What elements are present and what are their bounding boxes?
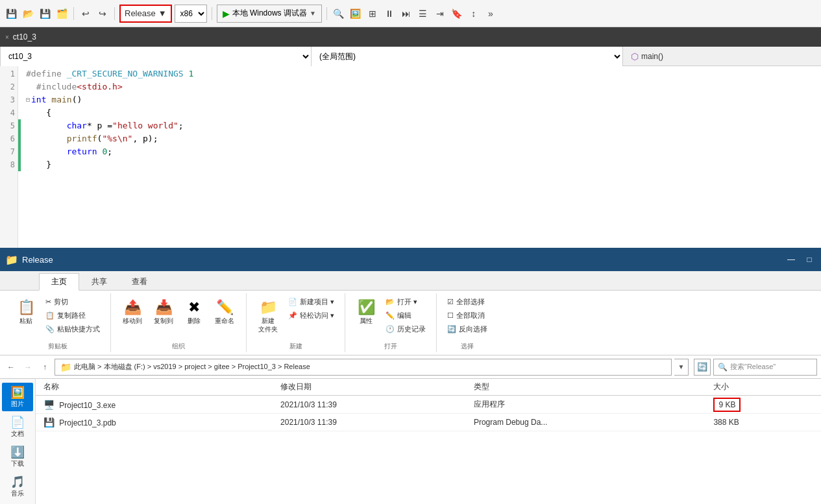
editor-tab-active[interactable]: × ct10_3 bbox=[0, 27, 42, 47]
indent-icon[interactable]: ⇥ bbox=[433, 6, 447, 21]
qa-documents-label: 文档 bbox=[11, 429, 24, 438]
new-buttons: 📁 新建文件夹 📄 新建项目 ▾ 📌 轻松访问 ▾ bbox=[254, 293, 337, 342]
organize-label: 组织 bbox=[172, 342, 185, 352]
image-icon[interactable]: 🖼️ bbox=[349, 6, 363, 21]
col-type[interactable]: 类型 bbox=[466, 379, 706, 396]
sep4 bbox=[326, 7, 327, 20]
delete-button[interactable]: ✖ 删除 bbox=[181, 296, 207, 328]
table-row[interactable]: 🖥️ Project10_3.exe 2021/10/3 11:39 应用程序 … bbox=[36, 396, 821, 414]
collapse-btn[interactable]: ⊟ bbox=[26, 93, 30, 106]
run-debugger-button[interactable]: ▶ 本地 Windows 调试器 ▼ bbox=[217, 5, 322, 23]
copy-path-button[interactable]: 📋 复制路径 bbox=[43, 309, 103, 322]
code-content[interactable]: #define _CRT_SECURE_NO_WARNINGS 1 #inclu… bbox=[18, 66, 821, 248]
file-explorer: 📁 Release — □ 主页 共享 查看 📋 粘贴 ✂ bbox=[0, 248, 821, 504]
scope-dropdown[interactable]: (全局范围) bbox=[312, 47, 623, 66]
more-icon[interactable]: » bbox=[484, 6, 498, 21]
file-area: 🖼️ 图片 📄 文档 ⬇️ 下载 🎵 音乐 名称 bbox=[0, 379, 821, 504]
invert-selection-button[interactable]: 🔄 反向选择 bbox=[445, 323, 490, 335]
open-icon[interactable]: 📂 bbox=[21, 6, 35, 21]
move-to-button[interactable]: 📤 移动到 bbox=[119, 296, 146, 328]
qa-item-documents[interactable]: 📄 文档 bbox=[2, 413, 33, 441]
col-date[interactable]: 修改日期 bbox=[273, 379, 466, 396]
code-editor-body[interactable]: 1 2 3 4 5 6 7 8 #define _CRT_SECURE_NO_W… bbox=[0, 66, 821, 248]
scope-bar: ct10_3 (全局范围) ⬡ main() bbox=[0, 47, 821, 66]
step-icon[interactable]: ⏭ bbox=[399, 6, 413, 21]
col-name[interactable]: 名称 bbox=[36, 379, 273, 396]
qa-item-music[interactable]: 🎵 音乐 bbox=[2, 472, 33, 501]
function-name: main() bbox=[641, 52, 663, 61]
editor-tab-bar: × ct10_3 bbox=[0, 27, 821, 47]
clipboard-small-buttons: ✂ 剪切 📋 复制路径 📎 粘贴快捷方式 bbox=[43, 296, 103, 335]
class-scope-dropdown[interactable]: ct10_3 bbox=[0, 47, 312, 66]
edit-button[interactable]: ✏️ 编辑 bbox=[383, 309, 428, 322]
tab-view[interactable]: 查看 bbox=[119, 273, 160, 290]
paste-icon: 📋 bbox=[18, 298, 35, 317]
redo-icon[interactable]: ↪ bbox=[95, 6, 110, 21]
clipboard-group: 📋 粘贴 ✂ 剪切 📋 复制路径 📎 粘贴快捷方式 bbox=[5, 293, 111, 352]
bookmark-icon[interactable]: 🔖 bbox=[450, 6, 464, 21]
forward-button[interactable]: → bbox=[21, 360, 35, 374]
properties-icon: ✅ bbox=[358, 298, 375, 317]
search-toolbar-icon[interactable]: 🔍 bbox=[332, 6, 346, 21]
qa-item-pictures[interactable]: 🖼️ 图片 bbox=[2, 383, 33, 411]
easy-access-button[interactable]: 📌 轻松访问 ▾ bbox=[286, 309, 337, 322]
configuration-dropdown[interactable]: Release ▼ bbox=[119, 5, 172, 23]
up-button[interactable]: ↑ bbox=[38, 360, 52, 374]
file-table-container: 名称 修改日期 类型 大小 🖥️ Project10_3.exe 2021/10… bbox=[36, 379, 821, 504]
new-folder-button[interactable]: 📁 新建文件夹 bbox=[254, 296, 282, 336]
open-button[interactable]: 📂 打开 ▾ bbox=[383, 296, 428, 308]
save-all-icon[interactable]: 🗂️ bbox=[55, 6, 69, 21]
back-button[interactable]: ← bbox=[4, 360, 18, 374]
select-none-button[interactable]: ☐ 全部取消 bbox=[445, 309, 490, 322]
rename-button[interactable]: ✏️ 重命名 bbox=[211, 296, 238, 328]
undo-icon[interactable]: ↩ bbox=[79, 6, 93, 21]
refresh-button[interactable]: 🔄 bbox=[694, 359, 711, 376]
platform-dropdown[interactable]: x86 bbox=[175, 5, 207, 23]
rename-icon: ✏️ bbox=[216, 298, 234, 317]
select-group: ☑ 全部选择 ☐ 全部取消 🔄 反向选择 选择 bbox=[437, 293, 498, 352]
paste-button[interactable]: 📋 粘贴 bbox=[13, 296, 39, 328]
search-bar[interactable]: 🔍 搜索"Release" bbox=[713, 359, 817, 376]
file-table-body: 🖥️ Project10_3.exe 2021/10/3 11:39 应用程序 … bbox=[36, 396, 821, 431]
history-label: 历史记录 bbox=[397, 324, 426, 334]
breakpoint-icon[interactable]: ⏸ bbox=[382, 6, 397, 21]
minimize-button[interactable]: — bbox=[785, 253, 798, 266]
folder-icon: 📁 bbox=[5, 254, 18, 266]
qa-item-downloads[interactable]: ⬇️ 下载 bbox=[2, 442, 33, 471]
explorer-title: Release bbox=[22, 255, 53, 265]
file-size-2: 388 KB bbox=[705, 414, 821, 431]
select-all-button[interactable]: ☑ 全部选择 bbox=[445, 296, 490, 308]
copy-to-button[interactable]: 📥 复制到 bbox=[150, 296, 177, 328]
ribbon-content: 📋 粘贴 ✂ 剪切 📋 复制路径 📎 粘贴快捷方式 bbox=[0, 291, 821, 355]
col-size[interactable]: 大小 bbox=[705, 379, 821, 396]
list-icon[interactable]: ☰ bbox=[416, 6, 430, 21]
tab-share[interactable]: 共享 bbox=[79, 273, 119, 290]
new-item-button[interactable]: 📄 新建项目 ▾ bbox=[286, 296, 337, 308]
cut-button[interactable]: ✂ 剪切 bbox=[43, 296, 103, 308]
open-group: ✅ 属性 📂 打开 ▾ ✏️ 编辑 🕐 历史记录 bbox=[345, 293, 437, 352]
code-line-6: printf("%s\n", p); bbox=[26, 132, 821, 145]
address-bar[interactable]: 📁 此电脑 > 本地磁盘 (F:) > vs2019 > project > g… bbox=[55, 359, 672, 376]
properties-button[interactable]: ✅ 属性 bbox=[353, 296, 379, 328]
paste-shortcut-button[interactable]: 📎 粘贴快捷方式 bbox=[43, 323, 103, 335]
line-num-4: 4 bbox=[0, 106, 15, 119]
cut-icon: ✂ bbox=[45, 298, 51, 306]
nav-icon[interactable]: ↕ bbox=[467, 6, 481, 21]
qa-music-label: 音乐 bbox=[11, 489, 24, 498]
code-line-3: ⊟int main() bbox=[26, 93, 821, 106]
delete-icon: ✖ bbox=[188, 298, 200, 317]
maximize-button[interactable]: □ bbox=[803, 253, 816, 266]
save-icon[interactable]: 💾 bbox=[38, 6, 52, 21]
table-row[interactable]: 💾 Project10_3.pdb 2021/10/3 11:39 Progra… bbox=[36, 414, 821, 431]
new-project-icon[interactable]: 💾 bbox=[4, 6, 18, 21]
tab-home[interactable]: 主页 bbox=[39, 273, 79, 291]
history-button[interactable]: 🕐 历史记录 bbox=[383, 323, 428, 335]
select-none-icon: ☐ bbox=[447, 311, 454, 320]
organize-group: 📤 移动到 📥 复制到 ✖ 删除 ✏️ 重命名 组织 bbox=[111, 293, 247, 352]
file-type-1: 应用程序 bbox=[466, 396, 706, 414]
grid-icon[interactable]: ⊞ bbox=[365, 6, 380, 21]
address-dropdown[interactable]: ▼ bbox=[674, 359, 689, 376]
tab-close-icon[interactable]: × bbox=[5, 34, 9, 41]
ribbon-tabs: 主页 共享 查看 bbox=[0, 271, 821, 291]
window-controls: — □ bbox=[785, 253, 816, 266]
